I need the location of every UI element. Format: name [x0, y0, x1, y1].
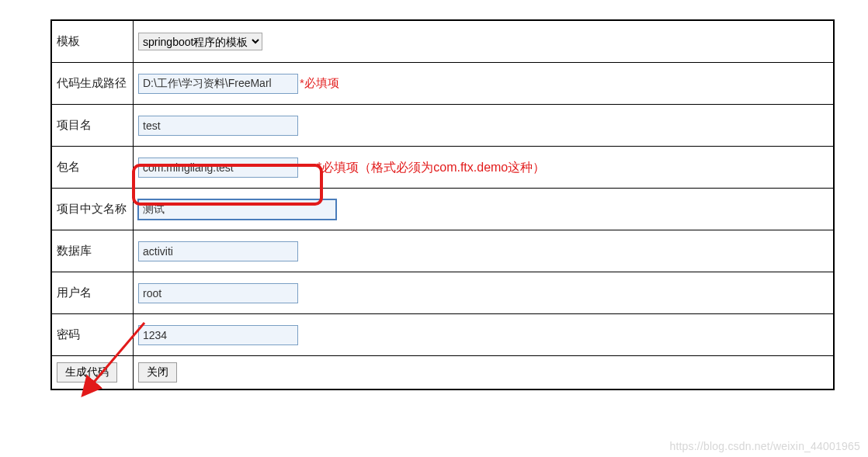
row-buttons: 生成代码 关闭: [52, 356, 834, 389]
label-codegen-path: 代码生成路径: [52, 63, 134, 105]
package-name-input[interactable]: [138, 158, 298, 178]
project-cn-name-input[interactable]: [138, 199, 336, 220]
cell-database: [134, 230, 834, 272]
cell-project-name: [134, 105, 834, 147]
row-password: 密码: [52, 314, 834, 356]
cell-codegen-path: *必填项: [134, 63, 834, 105]
cell-project-cn-name: [134, 189, 834, 230]
required-package-name: *必填项（格式必须为com.ftx.demo这种）: [317, 161, 545, 174]
database-input[interactable]: [138, 241, 298, 261]
label-database: 数据库: [52, 230, 134, 272]
template-select[interactable]: springboot程序的模板: [138, 33, 262, 50]
close-button[interactable]: 关闭: [138, 362, 177, 383]
codegen-path-input[interactable]: [138, 74, 298, 94]
row-username: 用户名: [52, 272, 834, 314]
cell-close-button: 关闭: [134, 356, 834, 389]
cell-package-name: *必填项（格式必须为com.ftx.demo这种）: [134, 147, 834, 189]
username-input[interactable]: [138, 283, 298, 303]
project-name-input[interactable]: [138, 116, 298, 136]
generate-button[interactable]: 生成代码: [57, 362, 117, 383]
label-password: 密码: [52, 314, 134, 356]
label-project-cn-name: 项目中文名称: [52, 189, 134, 230]
watermark: https://blog.csdn.net/weixin_44001965: [669, 440, 860, 452]
label-project-name: 项目名: [52, 105, 134, 147]
password-input[interactable]: [138, 325, 298, 345]
cell-template: springboot程序的模板: [134, 21, 834, 63]
label-template: 模板: [52, 21, 134, 63]
row-template: 模板 springboot程序的模板: [52, 21, 834, 63]
label-username: 用户名: [52, 272, 134, 314]
row-package-name: 包名 *必填项（格式必须为com.ftx.demo这种）: [52, 147, 834, 189]
form-table: 模板 springboot程序的模板 代码生成路径 *必填项 项目名 包名 *必…: [51, 20, 834, 389]
row-project-cn-name: 项目中文名称: [52, 189, 834, 230]
row-database: 数据库: [52, 230, 834, 272]
label-package-name: 包名: [52, 147, 134, 189]
cell-password: [134, 314, 834, 356]
form-container: 模板 springboot程序的模板 代码生成路径 *必填项 项目名 包名 *必…: [50, 19, 835, 390]
cell-username: [134, 272, 834, 314]
row-codegen-path: 代码生成路径 *必填项: [52, 63, 834, 105]
cell-generate-button: 生成代码: [52, 356, 134, 389]
row-project-name: 项目名: [52, 105, 834, 147]
required-codegen-path: *必填项: [300, 76, 339, 89]
